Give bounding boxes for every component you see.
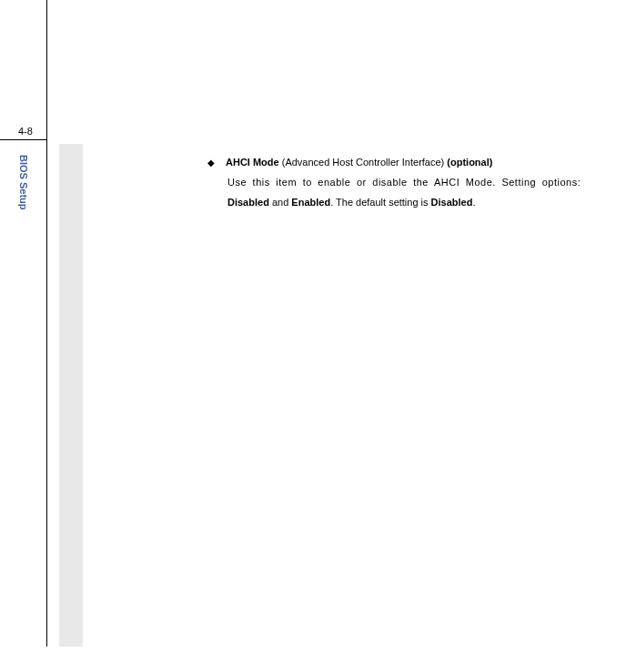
default-disabled: Disabled (431, 197, 473, 208)
horizontal-divider (0, 139, 46, 140)
body-line-1: Use this item to enable or disable the A… (227, 172, 636, 192)
text-after-enabled: . The default setting is (330, 197, 430, 208)
sidebar-gray-bar (59, 144, 83, 647)
title-bold-1: AHCI Mode (226, 157, 279, 168)
content-area: ◆ AHCI Mode (Advanced Host Controller In… (207, 152, 636, 212)
sidebar-section-label: BIOS Setup (18, 155, 29, 210)
item-title: AHCI Mode (Advanced Host Controller Inte… (226, 152, 492, 172)
vertical-divider (46, 0, 47, 647)
bullet-icon: ◆ (207, 154, 215, 172)
text-period: . (472, 197, 475, 208)
text-and: and (269, 197, 291, 208)
title-bold-2: (optional) (447, 157, 492, 168)
body-line-2: Disabled and Enabled. The default settin… (227, 192, 636, 212)
page-number: 4-8 (18, 126, 33, 137)
bullet-item: ◆ AHCI Mode (Advanced Host Controller In… (207, 152, 636, 172)
option-enabled: Enabled (291, 197, 330, 208)
title-regular: (Advanced Host Controller Interface) (279, 157, 448, 168)
option-disabled: Disabled (227, 197, 269, 208)
